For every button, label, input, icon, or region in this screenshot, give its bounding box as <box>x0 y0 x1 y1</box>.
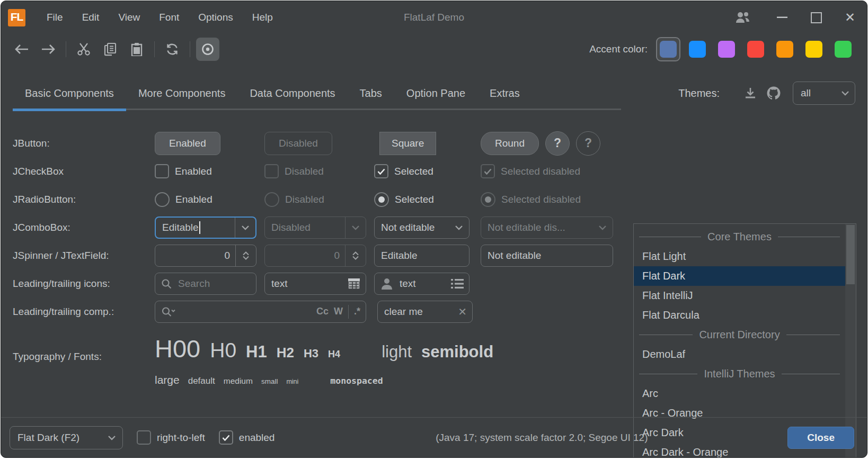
tab-option-pane[interactable]: Option Pane <box>394 75 477 111</box>
size-sample-large: large <box>155 374 180 386</box>
accent-swatch-purple[interactable] <box>714 37 739 61</box>
tab-extras[interactable]: Extras <box>477 75 532 111</box>
checkbox-selected[interactable]: Selected <box>374 164 433 178</box>
lookandfeel-combobox[interactable]: Flat Dark (F2) <box>10 426 123 449</box>
spinner-value: 0 <box>265 250 345 261</box>
radio-selected-disabled: Selected disabled <box>481 192 581 207</box>
textfield-editable[interactable]: Editable <box>374 245 470 267</box>
search-with-options-input[interactable]: Cc W .* <box>155 301 366 323</box>
accent-color-label: Accent color: <box>589 43 648 55</box>
themes-separator: Core Themes <box>634 227 845 247</box>
accent-swatch-green[interactable] <box>831 37 855 61</box>
spinner-arrows-icon[interactable] <box>236 245 256 266</box>
tab-data-components[interactable]: Data Components <box>237 75 347 111</box>
tab-more-components[interactable]: More Components <box>126 75 238 111</box>
chevron-down-icon[interactable] <box>235 218 255 238</box>
download-icon[interactable] <box>739 82 762 105</box>
close-window-button[interactable]: ✕ <box>833 1 867 34</box>
tabstrip: Basic ComponentsMore ComponentsData Comp… <box>1 75 867 111</box>
whole-word-button[interactable]: W <box>334 306 343 317</box>
theme-item-arc[interactable]: Arc <box>634 384 845 403</box>
accent-swatch-red[interactable] <box>743 37 768 61</box>
menu-file[interactable]: File <box>37 1 73 34</box>
size-sample-small: small <box>261 377 278 385</box>
list-icon[interactable] <box>451 278 464 289</box>
menu-options[interactable]: Options <box>189 1 242 34</box>
theme-item-flat-light[interactable]: Flat Light <box>634 247 845 266</box>
minimize-button[interactable] <box>765 1 799 34</box>
scrollbar-thumb[interactable] <box>846 225 855 284</box>
leading-trailing-comp-row: Leading/trailing comp.: Cc W .* clear me… <box>13 297 621 326</box>
chevron-down-icon <box>592 217 613 238</box>
checkmark-icon <box>374 164 388 178</box>
size-sample-default: default <box>188 376 215 386</box>
menu-help[interactable]: Help <box>243 1 282 34</box>
heading-sample-h00: H00 <box>155 334 200 363</box>
checkbox-enabled[interactable]: Enabled <box>155 164 212 178</box>
back-icon[interactable] <box>10 38 33 61</box>
accent-swatch-blue[interactable] <box>685 37 710 61</box>
combobox-value: Disabled <box>265 222 345 233</box>
combobox-not-editable[interactable]: Not editable <box>374 217 470 239</box>
show-icon[interactable] <box>196 38 219 61</box>
help-button[interactable]: ? <box>545 131 570 156</box>
search-dropdown-icon[interactable] <box>161 306 176 317</box>
app-window: FL FileEditViewFontOptionsHelp FlatLaf D… <box>1 1 867 458</box>
radio-circle <box>264 192 279 207</box>
spinner-disabled: 0 <box>264 245 366 267</box>
github-icon[interactable] <box>762 82 785 105</box>
rtl-checkbox[interactable]: right-to-left <box>137 430 205 445</box>
menu-view[interactable]: View <box>109 1 149 34</box>
theme-item-flat-darcula[interactable]: Flat Darcula <box>634 305 845 325</box>
size-sample-mini: mini <box>286 378 298 385</box>
enabled-button[interactable]: Enabled <box>155 132 220 155</box>
round-button[interactable]: Round <box>481 132 539 155</box>
enabled-checkbox[interactable]: enabled <box>219 430 275 445</box>
text-caret <box>199 221 200 234</box>
radio-enabled[interactable]: Enabled <box>155 192 212 207</box>
clear-me-input[interactable]: clear me ✕ <box>377 301 473 323</box>
theme-item-demolaf[interactable]: DemoLaf <box>634 345 845 364</box>
combobox-editable[interactable]: Editable <box>155 217 256 239</box>
regex-button[interactable]: .* <box>354 306 360 317</box>
chevron-down-icon <box>101 435 122 440</box>
theme-filter-combobox[interactable]: all <box>793 82 855 105</box>
tab-tabs[interactable]: Tabs <box>348 75 394 111</box>
copy-icon[interactable] <box>99 38 122 61</box>
chevron-down-icon <box>346 217 366 238</box>
tab-basic-components[interactable]: Basic Components <box>13 75 126 111</box>
forward-icon[interactable] <box>37 38 60 61</box>
match-case-button[interactable]: Cc <box>316 306 329 317</box>
accent-swatch-color <box>835 41 852 58</box>
help-button-outline[interactable]: ? <box>576 131 600 156</box>
theme-item-flat-dark[interactable]: Flat Dark <box>634 266 845 286</box>
search-placeholder: Search <box>172 278 256 290</box>
close-button[interactable]: Close <box>787 427 854 449</box>
theme-item-flat-intellij[interactable]: Flat IntelliJ <box>634 286 845 305</box>
cut-icon[interactable] <box>72 38 95 61</box>
accent-swatch-orange[interactable] <box>773 37 797 61</box>
combobox-disabled: Disabled <box>264 217 366 239</box>
text-field-table-icon[interactable]: text <box>264 273 366 295</box>
square-button[interactable]: Square <box>379 132 436 155</box>
spinner[interactable]: 0 <box>155 245 256 267</box>
spinner-value[interactable]: 0 <box>155 250 235 261</box>
menu-font[interactable]: Font <box>149 1 189 34</box>
combobox-value: Not editable dis... <box>481 222 592 233</box>
combobox-not-editable-disabled: Not editable dis... <box>481 217 613 239</box>
text-field-person[interactable]: text <box>374 273 470 295</box>
themes-label: Themes: <box>678 87 720 100</box>
accent-swatch-default[interactable] <box>656 37 680 61</box>
radio-selected[interactable]: Selected <box>374 192 434 207</box>
menu-edit[interactable]: Edit <box>73 1 109 34</box>
users-icon[interactable] <box>726 1 760 34</box>
refresh-icon[interactable] <box>161 38 184 61</box>
accent-swatch-color <box>689 41 706 58</box>
search-input[interactable]: Search <box>155 273 256 295</box>
table-icon[interactable] <box>348 278 360 290</box>
textfield-value: text <box>393 278 451 290</box>
clear-icon[interactable]: ✕ <box>458 305 467 318</box>
maximize-button[interactable] <box>799 1 833 34</box>
accent-swatch-yellow[interactable] <box>802 37 826 61</box>
paste-icon[interactable] <box>125 38 148 61</box>
